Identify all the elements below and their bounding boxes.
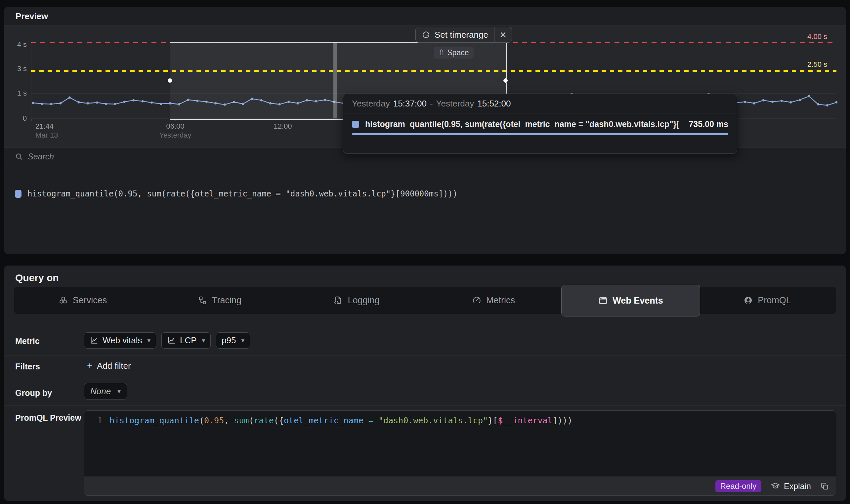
promql-prometheus-icon xyxy=(743,296,753,305)
group-by-dropdown[interactable]: None ▾ xyxy=(84,383,127,399)
services-icon xyxy=(58,296,68,305)
metric-name-value: LCP xyxy=(180,335,197,346)
plus-icon: + xyxy=(87,361,93,371)
legend-section: histogram_quantile(0.95, sum(rate({otel_… xyxy=(4,165,846,254)
editor-status-bar: Read-only Explain xyxy=(84,476,836,496)
tooltip-series-underline xyxy=(352,133,728,135)
preview-panel: Preview 4 s 3 s 1 s 0 4.00 s 2.50 s xyxy=(4,7,846,246)
tab-metrics-label: Metrics xyxy=(486,295,515,306)
graduation-cap-icon xyxy=(771,482,780,491)
explain-button[interactable]: Explain xyxy=(771,482,811,491)
app-window: Preview 4 s 3 s 1 s 0 4.00 s 2.50 s xyxy=(0,0,850,504)
series-marker xyxy=(352,121,359,128)
set-timerange-button[interactable]: Set timerange xyxy=(416,27,494,42)
code-area: 1 histogram_quantile(0.95, sum(rate({ote… xyxy=(84,411,836,426)
row-divider xyxy=(4,355,846,356)
selection-handle-right[interactable] xyxy=(503,78,508,83)
metrics-gauge-icon xyxy=(472,296,481,305)
tooltip-series-value: 735.00 ms xyxy=(689,120,728,129)
chevron-down-icon: ▾ xyxy=(147,337,150,344)
row-divider xyxy=(4,379,846,379)
tab-promql-label: PromQL xyxy=(758,295,791,306)
row-divider xyxy=(4,406,846,406)
tracing-icon xyxy=(198,296,207,305)
y-tick-4s: 4 s xyxy=(7,40,27,49)
tab-logging-label: Logging xyxy=(348,295,379,306)
explain-label: Explain xyxy=(784,482,811,491)
tab-services-label: Services xyxy=(73,295,107,306)
tab-metrics[interactable]: Metrics xyxy=(425,287,562,314)
clock-icon xyxy=(422,31,430,39)
tooltip-series-label: histogram_quantile(0.95, sum(rate({otel_… xyxy=(365,120,680,129)
tab-tracing[interactable]: Tracing xyxy=(151,287,288,314)
logging-icon xyxy=(333,296,343,305)
close-icon: ✕ xyxy=(500,30,506,40)
set-timerange-label: Set timerange xyxy=(435,30,488,40)
legend-item[interactable]: histogram_quantile(0.95, sum(rate({otel_… xyxy=(15,189,846,198)
close-timerange-button[interactable]: ✕ xyxy=(494,27,512,42)
tab-logging[interactable]: Logging xyxy=(288,287,425,314)
chevron-down-icon: ▾ xyxy=(202,337,205,344)
legend-series-marker xyxy=(15,190,21,198)
tab-promql[interactable]: PromQL xyxy=(699,287,836,314)
x-tick-1: 21:44 Mar 13 xyxy=(35,122,58,140)
metric-group-value: Web vitals xyxy=(103,335,142,346)
chart-line-icon xyxy=(167,336,176,345)
tooltip-timerange: Yesterday 15:37:00 - Yesterday 15:52:00 xyxy=(343,94,737,113)
add-filter-button[interactable]: + Add filter xyxy=(87,361,131,371)
query-source-tabs: Services Tracing xyxy=(14,287,836,314)
metric-group-dropdown[interactable]: Web vitals ▾ xyxy=(84,332,156,348)
y-tick-3s: 3 s xyxy=(7,65,27,73)
x-tick-3: 12:00 xyxy=(273,122,292,131)
tab-web-events[interactable]: Web Events xyxy=(561,285,700,317)
shift-icon: ⇧ xyxy=(438,48,445,57)
preview-title: Preview xyxy=(16,11,48,21)
group-by-row-label: Group by xyxy=(15,388,52,398)
chevron-down-icon: ▾ xyxy=(241,337,245,344)
read-only-badge: Read-only xyxy=(716,480,761,492)
search-icon xyxy=(15,152,23,161)
preview-header: Preview xyxy=(4,7,846,26)
tooltip-series-row: histogram_quantile(0.95, sum(rate({otel_… xyxy=(352,120,728,129)
percentile-dropdown[interactable]: p95 ▾ xyxy=(216,332,250,348)
group-by-value: None xyxy=(90,386,111,397)
selection-handle-left[interactable] xyxy=(168,78,172,83)
promql-preview-row-label: PromQL Preview xyxy=(15,413,82,422)
percentile-value: p95 xyxy=(222,335,236,346)
add-filter-label: Add filter xyxy=(97,361,131,371)
space-shortcut-hint: ⇧ Space xyxy=(434,47,474,58)
y-tick-1s: 1 s xyxy=(7,89,27,97)
chart-line-icon xyxy=(90,336,98,345)
set-timerange-pill: Set timerange ✕ xyxy=(415,27,512,43)
y-tick-0: 0 xyxy=(7,114,27,123)
search-placeholder: Search xyxy=(28,152,54,161)
metric-name-dropdown[interactable]: LCP ▾ xyxy=(161,332,211,348)
web-events-browser-icon xyxy=(598,296,608,305)
x-tick-2: 06:00 Yesterday xyxy=(159,122,191,140)
promql-code-line: histogram_quantile(0.95, sum(rate({otel_… xyxy=(109,415,573,426)
filters-row-label: Filters xyxy=(15,362,40,372)
metric-selectors: Web vitals ▾ LCP ▾ p95 ▾ xyxy=(84,332,250,348)
hover-bucket-highlight xyxy=(333,42,337,119)
tab-tracing-label: Tracing xyxy=(212,295,241,306)
query-on-panel: Query on Services xyxy=(4,266,846,501)
chart-tooltip: Yesterday 15:37:00 - Yesterday 15:52:00 … xyxy=(343,94,737,154)
query-on-title: Query on xyxy=(15,272,59,284)
chart-plot-area[interactable]: 4 s 3 s 1 s 0 4.00 s 2.50 s 21:44 Mar 13 xyxy=(4,26,846,147)
promql-code-editor[interactable]: 1 histogram_quantile(0.95, sum(rate({ote… xyxy=(84,410,836,496)
legend-series-label: histogram_quantile(0.95, sum(rate({otel_… xyxy=(28,189,457,198)
line-number: 1 xyxy=(84,415,109,426)
chevron-down-icon: ▾ xyxy=(117,388,121,395)
tab-services[interactable]: Services xyxy=(14,287,151,314)
space-key-label: Space xyxy=(447,48,469,57)
metric-row-label: Metric xyxy=(15,336,40,346)
tab-web-events-label: Web Events xyxy=(613,296,663,306)
copy-button[interactable] xyxy=(820,482,829,491)
x-tick-mark-1 xyxy=(31,119,32,121)
